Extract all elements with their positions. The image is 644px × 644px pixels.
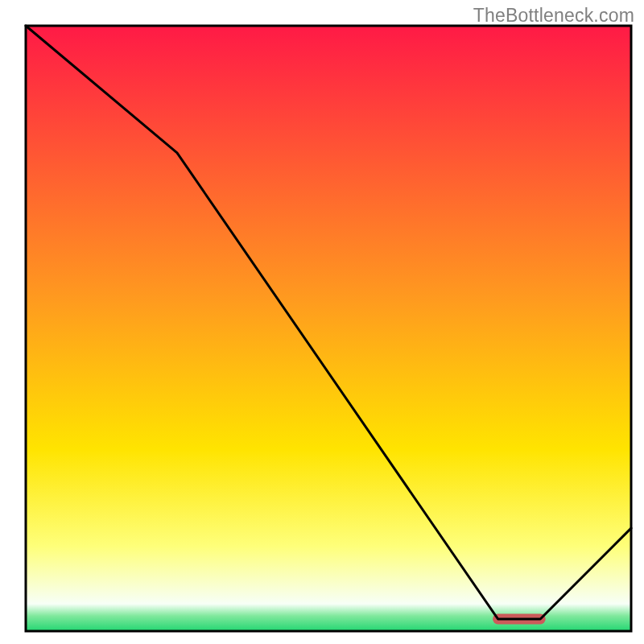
watermark-text: TheBottleneck.com	[473, 5, 634, 27]
chart-background-gradient	[26, 26, 631, 631]
bottleneck-chart	[0, 0, 644, 644]
